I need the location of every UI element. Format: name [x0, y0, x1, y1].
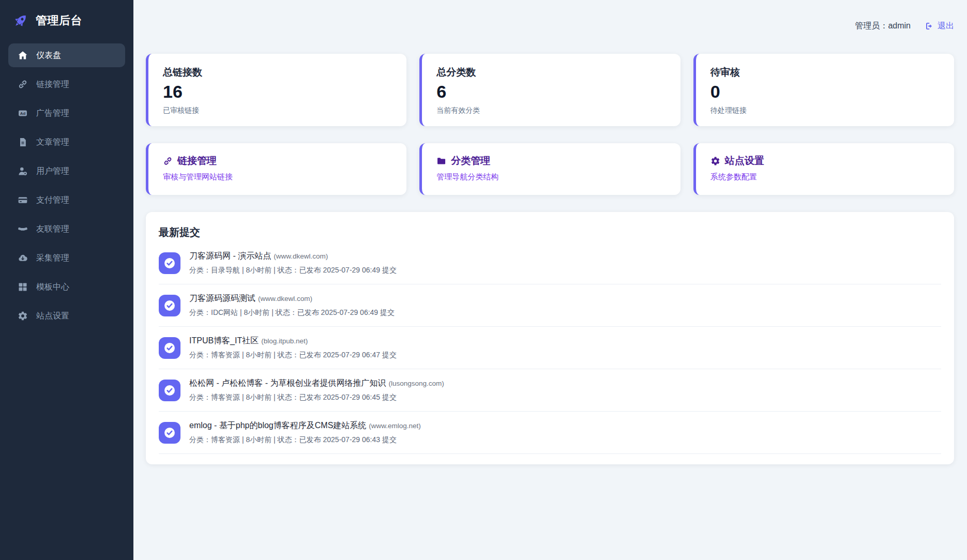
quick-card-subtitle: 系统参数配置 — [711, 172, 940, 182]
site-name: 刀客源码源码测试 — [189, 294, 255, 302]
sidebar-item-label: 支付管理 — [36, 195, 69, 206]
folder-icon — [436, 156, 446, 166]
approved-badge — [159, 422, 180, 444]
stat-subtitle: 当前有效分类 — [436, 106, 666, 115]
site-name: emlog - 基于php的blog博客程序及CMS建站系统 — [189, 421, 366, 430]
stats-row: 总链接数 16 已审核链接 总分类数 6 当前有效分类 待审核 0 待处理链接 — [146, 54, 954, 126]
item-text: 刀客源码网 - 演示站点(www.dkewl.com) 分类：目录导航 | 8小… — [189, 251, 397, 275]
stat-card-pending-review: 待审核 0 待处理链接 — [693, 54, 954, 126]
site-domain: (www.dkewl.com) — [274, 252, 328, 260]
list-item: 松松网 - 卢松松博客 - 为草根创业者提供网络推广知识(lusongsong.… — [159, 369, 941, 412]
site-name: 刀客源码网 - 演示站点 — [189, 251, 271, 260]
quick-card-category-management[interactable]: 分类管理 管理导航分类结构 — [419, 143, 680, 195]
item-meta: 分类：博客资源 | 8小时前 | 状态：已发布 2025-07-29 06:43… — [189, 435, 421, 445]
gear-icon — [18, 311, 28, 321]
item-meta: 分类：IDC网站 | 8小时前 | 状态：已发布 2025-07-29 06:4… — [189, 308, 395, 317]
sidebar-item-articles[interactable]: 文章管理 — [8, 130, 125, 154]
circle-check-icon — [163, 341, 176, 355]
home-icon — [18, 50, 28, 60]
panel-title: 最新提交 — [159, 225, 941, 239]
approved-badge — [159, 295, 180, 316]
link-icon — [18, 79, 28, 89]
approved-badge — [159, 337, 180, 359]
sidebar: 管理后台 仪表盘 链接管理 Ad 广告管理 — [0, 0, 133, 560]
quick-card-subtitle: 审核与管理网站链接 — [163, 172, 392, 182]
cloud-download-icon — [18, 253, 28, 263]
ad-icon: Ad — [18, 108, 28, 118]
svg-text:Ad: Ad — [20, 111, 26, 116]
circle-check-icon — [163, 299, 176, 312]
site-domain: (blog.itpub.net) — [261, 337, 308, 345]
stat-value: 0 — [711, 83, 940, 100]
stat-subtitle: 已审核链接 — [163, 106, 392, 115]
stat-value: 16 — [163, 83, 392, 100]
item-text: 刀客源码源码测试(www.dkewl.com) 分类：IDC网站 | 8小时前 … — [189, 293, 395, 317]
logout-icon — [925, 22, 934, 31]
app-logo[interactable]: 管理后台 — [8, 10, 125, 29]
list-item: 刀客源码源码测试(www.dkewl.com) 分类：IDC网站 | 8小时前 … — [159, 284, 941, 327]
sidebar-item-dashboard[interactable]: 仪表盘 — [8, 43, 125, 67]
quick-card-title: 站点设置 — [725, 154, 764, 168]
sidebar-item-users[interactable]: 用户管理 — [8, 159, 125, 183]
item-title: emlog - 基于php的blog博客程序及CMS建站系统(www.emlog… — [189, 420, 421, 431]
handshake-icon — [18, 224, 28, 234]
circle-check-icon — [163, 384, 176, 397]
approved-badge — [159, 380, 180, 401]
item-text: ITPUB博客_IT社区(blog.itpub.net) 分类：博客资源 | 8… — [189, 336, 397, 360]
site-domain: (www.dkewl.com) — [258, 295, 312, 302]
sidebar-item-label: 模板中心 — [36, 282, 69, 293]
site-domain: (lusongsong.com) — [388, 380, 444, 387]
logout-label: 退出 — [938, 21, 954, 32]
quick-card-site-settings[interactable]: 站点设置 系统参数配置 — [693, 143, 954, 195]
grid-icon — [18, 282, 28, 292]
sidebar-item-label: 站点设置 — [36, 311, 69, 322]
stat-title: 总分类数 — [436, 66, 666, 79]
quick-card-title: 链接管理 — [177, 154, 217, 168]
rocket-icon — [12, 12, 29, 29]
stat-value: 6 — [436, 83, 666, 100]
sidebar-item-ads[interactable]: Ad 广告管理 — [8, 101, 125, 125]
item-title: 刀客源码网 - 演示站点(www.dkewl.com) — [189, 251, 397, 262]
main-content: 管理员：admin 退出 总链接数 16 已审核链接 总分类数 6 当前有效分类… — [133, 0, 967, 560]
list-item: ITPUB博客_IT社区(blog.itpub.net) 分类：博客资源 | 8… — [159, 327, 941, 369]
latest-submissions-panel: 最新提交 刀客源码网 - 演示站点(www.dkewl.com) 分类：目录导航… — [146, 212, 954, 464]
app-title: 管理后台 — [36, 13, 82, 28]
user-gear-icon — [18, 166, 28, 176]
sidebar-item-links[interactable]: 链接管理 — [8, 72, 125, 96]
sidebar-item-label: 文章管理 — [36, 137, 69, 148]
approved-badge — [159, 252, 180, 274]
stat-card-total-links: 总链接数 16 已审核链接 — [146, 54, 406, 126]
latest-submissions-list: 刀客源码网 - 演示站点(www.dkewl.com) 分类：目录导航 | 8小… — [159, 242, 941, 454]
stat-title: 总链接数 — [163, 66, 392, 79]
sidebar-item-label: 链接管理 — [36, 79, 69, 90]
sidebar-item-collect[interactable]: 采集管理 — [8, 246, 125, 270]
item-title: 刀客源码源码测试(www.dkewl.com) — [189, 293, 395, 304]
quick-card-link-management[interactable]: 链接管理 审核与管理网站链接 — [146, 143, 406, 195]
site-domain: (www.emlog.net) — [369, 422, 421, 430]
sidebar-item-templates[interactable]: 模板中心 — [8, 275, 125, 299]
item-text: emlog - 基于php的blog博客程序及CMS建站系统(www.emlog… — [189, 420, 421, 445]
site-name: ITPUB博客_IT社区 — [189, 336, 259, 345]
credit-card-icon — [18, 195, 28, 205]
admin-name: admin — [888, 21, 911, 30]
list-item: emlog - 基于php的blog博客程序及CMS建站系统(www.emlog… — [159, 412, 941, 454]
sidebar-item-label: 友联管理 — [36, 224, 69, 235]
sidebar-item-settings[interactable]: 站点设置 — [8, 304, 125, 328]
circle-check-icon — [163, 256, 176, 270]
item-meta: 分类：博客资源 | 8小时前 | 状态：已发布 2025-07-29 06:47… — [189, 351, 397, 360]
quick-card-title: 分类管理 — [451, 154, 490, 168]
sidebar-nav: 仪表盘 链接管理 Ad 广告管理 文章管理 — [8, 43, 125, 328]
admin-info: 管理员：admin — [855, 21, 911, 32]
stat-subtitle: 待处理链接 — [711, 106, 940, 115]
sidebar-item-payments[interactable]: 支付管理 — [8, 188, 125, 212]
sidebar-item-label: 广告管理 — [36, 108, 69, 119]
logout-button[interactable]: 退出 — [925, 21, 954, 32]
sidebar-item-label: 采集管理 — [36, 253, 69, 264]
list-item: 刀客源码网 - 演示站点(www.dkewl.com) 分类：目录导航 | 8小… — [159, 242, 941, 284]
sidebar-item-label: 用户管理 — [36, 166, 69, 177]
topbar: 管理员：admin 退出 — [146, 20, 954, 32]
article-icon — [18, 137, 28, 147]
sidebar-item-friendlinks[interactable]: 友联管理 — [8, 217, 125, 241]
site-name: 松松网 - 卢松松博客 - 为草根创业者提供网络推广知识 — [189, 379, 386, 387]
sidebar-item-label: 仪表盘 — [36, 50, 61, 61]
